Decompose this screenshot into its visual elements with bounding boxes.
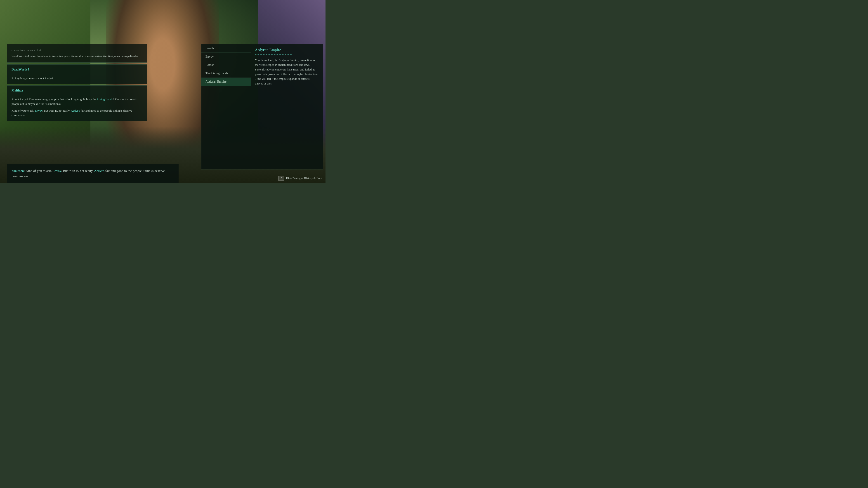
lore-detail-title: Aedyran Empire xyxy=(255,48,319,52)
speaker-block-deadwords4: DeadWords4 2: Anything you miss about Ae… xyxy=(7,64,147,84)
speech-panel: Malthea: Kind of you to ask, Envoy. But … xyxy=(7,164,179,183)
speech-text-mid: . But truth is, not really. xyxy=(61,169,94,173)
lore-topic-berath[interactable]: Berath xyxy=(202,44,251,53)
lore-detail-panel: Aedyran Empire Your homeland, the Aedyra… xyxy=(251,44,323,169)
key-badge-f: F xyxy=(278,176,284,181)
speaker-dialogue-deadwords4: 2: Anything you miss about Aedyr? xyxy=(11,76,142,80)
speaker-block-malthea: Malthea About Aedyr? That same hungry em… xyxy=(7,86,147,121)
speech-text-before: Kind of you to ask, xyxy=(26,169,53,173)
lore-detail-text: Your homeland, the Aedyran Empire, is a … xyxy=(255,58,319,86)
speech-speaker-label: Malthea xyxy=(12,169,24,173)
lore-detail-divider xyxy=(255,54,319,55)
lore-topic-living-lands[interactable]: The Living Lands xyxy=(202,69,251,78)
hud-hide-label: Hide Dialogue History & Lore xyxy=(286,176,322,180)
lore-topic-eothas[interactable]: Eothas xyxy=(202,61,251,69)
dialogue-faded-text: chance to retire as a clerk. xyxy=(11,48,142,53)
speech-highlight-aedyr: Aedyr's xyxy=(94,169,104,173)
highlight-envoy-1: Envoy xyxy=(35,109,42,112)
lore-topic-envoy[interactable]: Envoy xyxy=(202,53,251,61)
speaker-name-malthea: Malthea xyxy=(11,89,142,92)
speech-highlight-envoy: Envoy xyxy=(53,169,61,173)
speech-text: Malthea: Kind of you to ask, Envoy. But … xyxy=(12,168,174,179)
hud-bottom-right: F Hide Dialogue History & Lore xyxy=(278,176,322,181)
lore-topics-panel: Berath Envoy Eothas The Living Lands Aed… xyxy=(201,44,251,169)
highlight-living-lands: Living Lands xyxy=(97,98,113,101)
dialogue-normal-text: Wouldn't mind being bored stupid for a f… xyxy=(11,54,142,59)
dialogue-panel: chance to retire as a clerk. Wouldn't mi… xyxy=(7,44,147,169)
divider-malthea xyxy=(11,95,142,95)
lore-topic-aedyran-empire[interactable]: Aedyran Empire xyxy=(202,78,251,86)
speaker-name-deadwords4: DeadWords4 xyxy=(11,68,142,71)
highlight-aedyr-1: Aedyr's xyxy=(71,109,80,112)
speaker-dialogue-malthea-1: About Aedyr? That same hungry empire tha… xyxy=(11,97,142,106)
right-panels: Berath Envoy Eothas The Living Lands Aed… xyxy=(201,44,323,169)
speaker-dialogue-malthea-2: Kind of you to ask, Envoy. But truth is,… xyxy=(11,108,142,118)
right-panels-inner: Berath Envoy Eothas The Living Lands Aed… xyxy=(201,44,323,169)
dialogue-history: chance to retire as a clerk. Wouldn't mi… xyxy=(7,44,147,63)
